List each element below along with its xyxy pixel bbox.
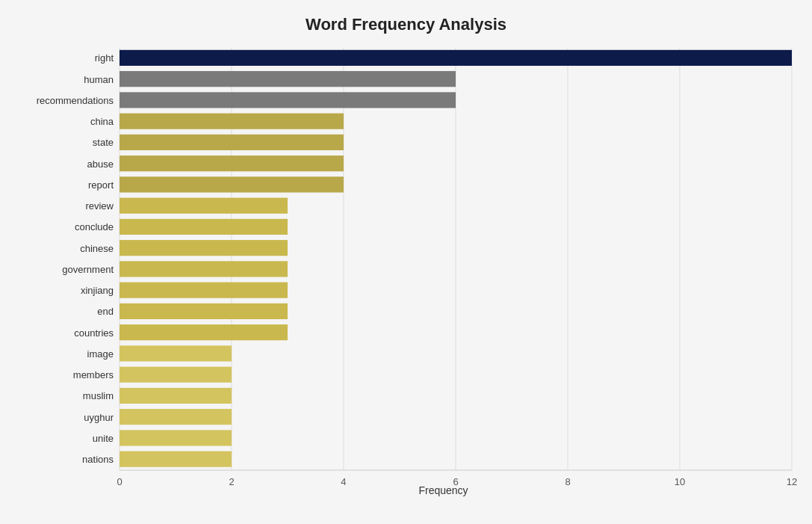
svg-rect-45 [120, 367, 232, 383]
svg-text:recommendations: recommendations [37, 95, 114, 106]
bars-area: 024681012righthumanrecommendationschinas… [120, 48, 767, 470]
svg-text:2: 2 [229, 476, 234, 487]
svg-rect-25 [120, 155, 344, 171]
svg-rect-39 [120, 303, 288, 319]
svg-text:report: report [88, 179, 114, 191]
svg-text:countries: countries [74, 327, 114, 339]
svg-rect-53 [120, 451, 232, 467]
svg-rect-23 [120, 135, 344, 150]
svg-text:conclude: conclude [75, 221, 114, 232]
svg-text:china: china [90, 116, 114, 127]
svg-text:4: 4 [341, 476, 346, 487]
svg-rect-29 [120, 198, 288, 214]
svg-text:members: members [73, 369, 114, 380]
svg-rect-37 [120, 283, 288, 298]
svg-text:right: right [95, 52, 114, 64]
svg-text:muslim: muslim [83, 390, 114, 401]
svg-rect-21 [120, 114, 344, 129]
svg-rect-17 [120, 71, 456, 87]
chart-container: Word Frequency Analysis 024681012righthu… [0, 0, 812, 524]
svg-rect-33 [120, 240, 288, 256]
svg-rect-43 [120, 345, 232, 361]
svg-text:nations: nations [82, 454, 114, 465]
svg-text:xinjiang: xinjiang [81, 285, 114, 296]
svg-text:12: 12 [787, 476, 797, 487]
svg-text:0: 0 [117, 476, 122, 487]
svg-text:government: government [62, 264, 114, 275]
x-axis-label: Frequency [418, 484, 468, 496]
svg-text:human: human [84, 74, 114, 85]
svg-rect-51 [120, 430, 232, 446]
svg-rect-47 [120, 388, 232, 404]
svg-rect-31 [120, 219, 288, 235]
svg-rect-27 [120, 176, 344, 192]
svg-text:review: review [85, 200, 114, 212]
chart-title: Word Frequency Analysis [45, 15, 767, 34]
svg-text:abuse: abuse [87, 158, 114, 170]
svg-text:image: image [87, 348, 114, 360]
svg-text:chinese: chinese [80, 243, 114, 254]
svg-rect-41 [120, 324, 288, 340]
svg-text:uyghur: uyghur [84, 412, 114, 423]
svg-text:10: 10 [675, 476, 685, 487]
svg-rect-35 [120, 261, 288, 277]
svg-text:8: 8 [565, 476, 570, 487]
svg-text:state: state [93, 137, 114, 148]
svg-rect-19 [120, 92, 456, 108]
svg-text:end: end [97, 306, 114, 317]
svg-rect-15 [120, 50, 792, 66]
svg-text:unite: unite [93, 433, 114, 444]
svg-rect-49 [120, 409, 232, 425]
